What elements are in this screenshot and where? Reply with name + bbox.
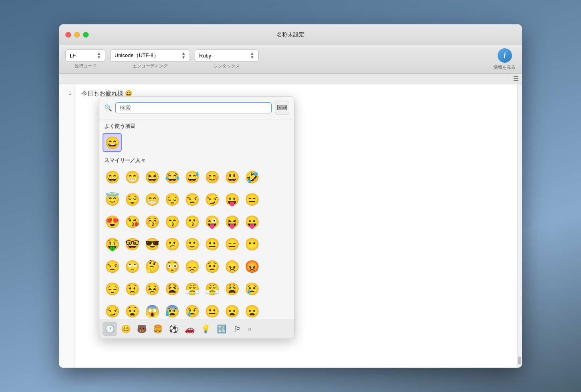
emoji-s44[interactable]: 😫 [162, 279, 182, 298]
syntax-dropdown[interactable]: Ruby ▲▼ [195, 49, 259, 61]
encoding-value: Unicode（UTF-8） [115, 52, 159, 59]
search-icon: 🔍 [104, 104, 112, 112]
emoji-s43[interactable]: 😣 [142, 279, 162, 298]
emoji-search-input[interactable] [115, 102, 272, 113]
emoji-s1[interactable]: 😄 [103, 167, 122, 186]
emoji-s45[interactable]: 😤 [182, 279, 202, 298]
emoji-s41[interactable]: 😔 [103, 279, 122, 298]
emoji-s33[interactable]: 😒 [103, 257, 122, 276]
emoji-s32[interactable]: 😶 [242, 234, 261, 253]
emoji-s55[interactable]: 😦 [222, 301, 241, 319]
emoji-s36[interactable]: 😳 [162, 257, 182, 276]
smileys-grid-3: 😍 😘 😚 😙 😗 😜 😝 😛 [99, 210, 294, 233]
emoji-s17[interactable]: 😍 [103, 212, 122, 231]
emoji-s49[interactable]: 😏 [103, 301, 122, 319]
emoji-s35[interactable]: 🤔 [142, 257, 162, 276]
category-food[interactable]: 🍔 [150, 322, 165, 336]
syntax-group: Ruby ▲▼ シンタックス [195, 49, 259, 69]
emoji-s3[interactable]: 😆 [142, 167, 162, 186]
category-symbols[interactable]: 🔣 [214, 322, 229, 336]
emoji-s6[interactable]: 😊 [202, 167, 221, 186]
emoji-s8[interactable]: 🤣 [242, 167, 261, 186]
emoji-s50[interactable]: 😧 [123, 301, 142, 319]
emoji-s5[interactable]: 😅 [182, 167, 202, 186]
emoji-s34[interactable]: 🙄 [123, 257, 142, 276]
close-button[interactable] [65, 32, 71, 38]
vertical-scrollbar[interactable] [517, 83, 522, 368]
emoji-s27[interactable]: 😎 [142, 234, 162, 253]
emoji-picker: 🔍 ⌨ よく使う項目 😄 スマイリー／人々 😄 😁 [99, 96, 294, 339]
window-title: 名称未設定 [277, 31, 304, 38]
toolbar: LF ▲▼ 改行コード Unicode（UTF-8） ▲▼ エンコーディング R… [59, 45, 522, 74]
linefeed-arrows: ▲▼ [97, 51, 101, 59]
emoji-frequent-1[interactable]: 😄 [103, 133, 122, 152]
emoji-s30[interactable]: 😐 [202, 234, 221, 253]
emoji-s15[interactable]: 😛 [222, 190, 241, 209]
emoji-s22[interactable]: 😜 [202, 212, 221, 231]
encoding-arrows: ▲▼ [182, 51, 186, 59]
minimize-button[interactable] [74, 32, 80, 38]
smileys-grid-1: 😄 😁 😆 😂 😅 😊 😃 🤣 [99, 166, 294, 188]
emoji-s2[interactable]: 😁 [123, 167, 142, 186]
emoji-s4[interactable]: 😂 [162, 167, 182, 186]
smileys-label: スマイリー／人々 [99, 154, 294, 166]
info-label: 情報を見る [494, 64, 516, 70]
emoji-s24[interactable]: 😛 [242, 212, 261, 231]
emoji-s26[interactable]: 🤓 [123, 234, 142, 253]
emoji-s38[interactable]: 😟 [202, 257, 221, 276]
emoji-s48[interactable]: 😢 [242, 279, 261, 298]
emoji-s12[interactable]: 😔 [162, 190, 182, 209]
emoji-s11[interactable]: 😁 [142, 190, 162, 209]
title-bar: 名称未設定 [59, 24, 522, 45]
emoji-s46[interactable]: 😤 [202, 279, 221, 298]
emoji-s29[interactable]: 🙂 [182, 234, 202, 253]
emoji-s42[interactable]: 😟 [123, 279, 142, 298]
emoji-s10[interactable]: 😌 [123, 190, 142, 209]
emoji-s21[interactable]: 😗 [182, 212, 202, 231]
frequent-label: よく使う項目 [99, 119, 294, 131]
emoji-s9[interactable]: 😇 [103, 190, 122, 209]
emoji-s19[interactable]: 😚 [142, 212, 162, 231]
emoji-s13[interactable]: 😒 [182, 190, 202, 209]
emoji-s54[interactable]: 😐 [202, 301, 221, 319]
emoji-s40[interactable]: 😡 [242, 257, 261, 276]
emoji-s56[interactable]: 😦 [242, 301, 261, 319]
smileys-grid-7: 😏 😧 😱 😰 😢 😐 😦 😦 [99, 300, 294, 319]
emoji-s39[interactable]: 😠 [222, 257, 241, 276]
editor-area: 1 今日もお疲れ様 😄 🔍 ⌨ よく使う項目 😄 [59, 83, 522, 368]
linefeed-value: LF [70, 53, 76, 59]
linefeed-dropdown[interactable]: LF ▲▼ [65, 49, 105, 61]
emoji-s16[interactable]: 😑 [242, 190, 261, 209]
category-activities[interactable]: ⚽ [166, 322, 181, 336]
emoji-s7[interactable]: 😃 [222, 167, 241, 186]
emoji-s37[interactable]: 😞 [182, 257, 202, 276]
category-recent[interactable]: 🕐 [103, 322, 117, 336]
emoji-s52[interactable]: 😰 [162, 301, 182, 319]
editor-content[interactable]: 今日もお疲れ様 😄 🔍 ⌨ よく使う項目 😄 [75, 83, 517, 368]
category-travel[interactable]: 🚗 [182, 322, 197, 336]
more-categories-button[interactable]: » [248, 325, 251, 333]
emoji-s28[interactable]: 😕 [162, 234, 182, 253]
maximize-button[interactable] [83, 32, 89, 38]
emoji-s14[interactable]: 😏 [202, 190, 221, 209]
category-flags[interactable]: 🏳 [230, 322, 245, 336]
main-window: 名称未設定 LF ▲▼ 改行コード Unicode（UTF-8） ▲▼ エンコー… [59, 24, 522, 368]
emoji-s53[interactable]: 😢 [182, 301, 202, 319]
encoding-dropdown[interactable]: Unicode（UTF-8） ▲▼ [110, 49, 190, 61]
category-animals[interactable]: 🐻 [134, 322, 149, 336]
smileys-grid-2: 😇 😌 😁 😔 😒 😏 😛 😑 [99, 188, 294, 210]
emoji-s18[interactable]: 😘 [123, 212, 142, 231]
emoji-s51[interactable]: 😱 [142, 301, 162, 319]
emoji-s25[interactable]: 🤑 [103, 234, 122, 253]
category-smileys[interactable]: 😊 [119, 322, 133, 336]
info-button[interactable]: i 情報を見る [494, 48, 516, 70]
encoding-group: Unicode（UTF-8） ▲▼ エンコーディング [110, 49, 190, 69]
emoji-scroll-area[interactable]: よく使う項目 😄 スマイリー／人々 😄 😁 😆 😂 😅 😊 😃 [99, 119, 294, 319]
keyboard-icon[interactable]: ⌨ [275, 101, 289, 115]
emoji-s23[interactable]: 😝 [222, 212, 241, 231]
frequent-grid: 😄 [99, 131, 294, 154]
emoji-s20[interactable]: 😙 [162, 212, 182, 231]
emoji-s31[interactable]: 😑 [222, 234, 241, 253]
category-objects[interactable]: 💡 [198, 322, 213, 336]
emoji-s47[interactable]: 😩 [222, 279, 241, 298]
